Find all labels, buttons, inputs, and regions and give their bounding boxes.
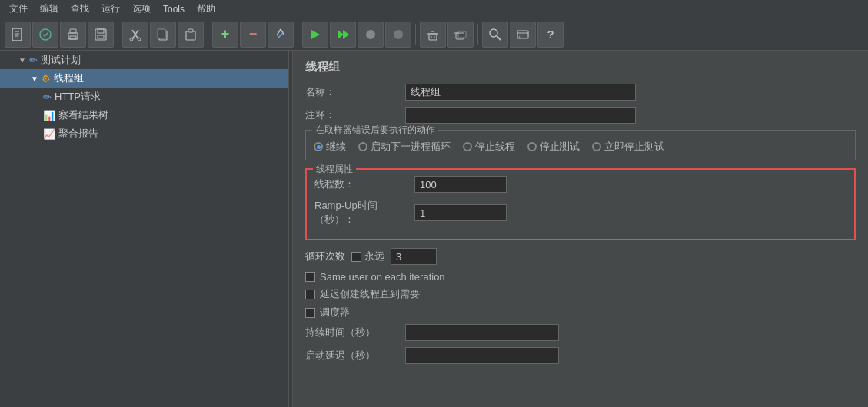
radio-stop-thread-label: 停止线程	[475, 140, 515, 154]
scheduler-label: 调度器	[320, 306, 350, 319]
help-button[interactable]: ?	[537, 22, 564, 48]
menu-run[interactable]: 运行	[95, 1, 126, 17]
thread-group-icon: ⚙	[42, 73, 51, 84]
svg-rect-6	[70, 29, 76, 33]
svg-line-34	[497, 36, 501, 40]
templates-button[interactable]	[32, 22, 58, 48]
sep2	[208, 24, 208, 45]
sep1	[118, 24, 118, 45]
error-action-section: 在取样器错误后要执行的动作 继续 启动下一进程循环 停止线程 停止测试	[305, 130, 856, 160]
aggregate-label: 聚合报告	[58, 127, 98, 141]
radio-stop-test-dot	[527, 142, 537, 151]
menu-help[interactable]: 帮助	[191, 1, 221, 17]
find-button[interactable]	[482, 22, 508, 48]
start-button[interactable]	[302, 22, 328, 48]
svg-rect-18	[188, 29, 193, 32]
comment-label: 注释：	[305, 108, 405, 122]
view-results-label: 察看结果树	[58, 108, 108, 122]
thread-group-label: 线程组	[54, 71, 84, 85]
forever-checkbox-box	[351, 252, 361, 262]
same-user-label: Same user on each iteration	[320, 271, 445, 283]
delay-create-checkbox[interactable]	[305, 290, 315, 299]
thread-props-section: 线程属性 线程数： Ramp-Up时间（秒）：	[305, 168, 856, 240]
menu-file[interactable]: 文件	[3, 1, 34, 17]
radio-stop-thread[interactable]: 停止线程	[463, 140, 515, 154]
forever-checkbox[interactable]: 永远	[351, 250, 384, 263]
clear-button[interactable]	[420, 22, 446, 48]
start-delay-input[interactable]	[405, 347, 559, 364]
tree-item-http-request[interactable]: ✏ HTTP请求	[0, 88, 288, 106]
start-delay-label: 启动延迟（秒）	[305, 349, 405, 362]
arrow-icon: ▼	[18, 56, 26, 65]
svg-line-20	[277, 29, 281, 35]
radio-next-loop-dot	[358, 142, 367, 151]
toolbar: + − ?	[0, 18, 868, 51]
ramp-up-input[interactable]	[414, 204, 507, 221]
tree-item-aggregate-report[interactable]: 📈 聚合报告	[0, 124, 288, 143]
comment-input[interactable]	[405, 107, 636, 124]
remote-start-button[interactable]	[510, 22, 536, 48]
copy-button[interactable]	[150, 22, 176, 48]
loop-count-label: 循环次数	[305, 250, 345, 263]
error-action-radio-group: 继续 启动下一进程循环 停止线程 停止测试 立即停止测试	[314, 137, 847, 154]
sep4	[415, 24, 416, 45]
right-panel: 线程组 名称： 注释： 在取样器错误后要执行的动作 继续 启动下一进程循环	[293, 51, 868, 407]
duration-row: 持续时间（秒）	[305, 324, 856, 341]
remove-button[interactable]: −	[240, 22, 266, 48]
delay-create-label: 延迟创建线程直到需要	[320, 287, 420, 301]
sep3	[298, 24, 298, 45]
print-button[interactable]	[60, 22, 86, 48]
radio-continue-dot	[314, 142, 323, 151]
radio-next-loop[interactable]: 启动下一进程循环	[358, 140, 451, 154]
radio-continue[interactable]: 继续	[314, 140, 346, 154]
name-input[interactable]	[405, 84, 636, 101]
svg-rect-10	[98, 35, 104, 38]
comment-row: 注释：	[305, 107, 856, 124]
test-plan-icon: ✏	[29, 55, 38, 66]
duration-input[interactable]	[405, 324, 559, 341]
ramp-up-row: Ramp-Up时间（秒）：	[314, 199, 846, 227]
sep5	[477, 24, 478, 45]
menu-options[interactable]: 选项	[126, 1, 157, 17]
move-up-button[interactable]	[268, 22, 294, 48]
error-action-title: 在取样器错误后要执行的动作	[312, 124, 438, 137]
main-area: ▼ ✏ 测试计划 ▼ ⚙ 线程组 ✏ HTTP请求 📊 察看结果树 📈 聚合报告…	[0, 51, 868, 407]
radio-stop-test-now[interactable]: 立即停止测试	[592, 140, 664, 154]
thread-props-title: 线程属性	[313, 163, 356, 176]
same-user-row: Same user on each iteration	[305, 271, 856, 283]
clear-all-button[interactable]	[447, 22, 474, 48]
menu-find[interactable]: 查找	[65, 1, 95, 17]
cut-button[interactable]	[122, 22, 148, 48]
menu-tools[interactable]: Tools	[157, 2, 191, 16]
menubar: 文件 编辑 查找 运行 选项 Tools 帮助	[0, 0, 868, 18]
duration-label: 持续时间（秒）	[305, 326, 405, 339]
paste-button[interactable]	[178, 22, 204, 48]
stop-button[interactable]	[358, 22, 384, 48]
aggregate-icon: 📈	[43, 128, 55, 140]
thread-count-input[interactable]	[414, 176, 507, 193]
svg-point-37	[519, 35, 521, 38]
add-button[interactable]: +	[212, 22, 238, 48]
scheduler-row: 调度器	[305, 306, 856, 319]
name-label: 名称：	[305, 85, 405, 99]
tree-item-test-plan[interactable]: ▼ ✏ 测试计划	[0, 51, 288, 69]
new-test-plan-button[interactable]	[5, 22, 31, 48]
scheduler-checkbox[interactable]	[305, 308, 315, 318]
menu-edit[interactable]: 编辑	[34, 1, 65, 17]
ramp-up-label: Ramp-Up时间（秒）：	[314, 199, 414, 227]
thread-count-label: 线程数：	[314, 177, 414, 191]
svg-point-33	[490, 29, 497, 37]
tree-item-thread-group[interactable]: ▼ ⚙ 线程组	[0, 69, 288, 88]
radio-stop-test[interactable]: 停止测试	[527, 140, 580, 154]
svg-marker-22	[311, 30, 320, 39]
start-no-pause-button[interactable]	[330, 22, 356, 48]
tree-item-view-results-tree[interactable]: 📊 察看结果树	[0, 106, 288, 124]
svg-marker-24	[343, 30, 349, 39]
same-user-checkbox[interactable]	[305, 272, 315, 282]
svg-rect-9	[98, 29, 104, 33]
panel-title: 线程组	[305, 60, 856, 74]
loop-count-input[interactable]	[391, 248, 437, 265]
start-delay-row: 启动延迟（秒）	[305, 347, 856, 364]
save-button[interactable]	[88, 22, 114, 48]
shutdown-button[interactable]	[385, 22, 411, 48]
